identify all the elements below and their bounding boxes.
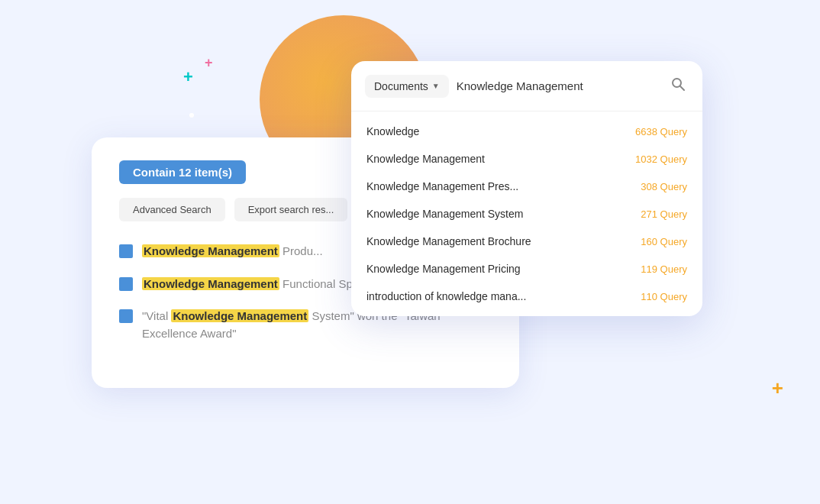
result-text-1: Knowledge Management Produ... bbox=[142, 243, 323, 260]
dropdown-item-count: 110 Query bbox=[641, 291, 687, 302]
dropdown-item-count: 6638 Query bbox=[635, 126, 687, 137]
plus-pink-decoration: + bbox=[205, 55, 213, 71]
plus-orange-decoration: + bbox=[772, 376, 783, 400]
dropdown-item-label: introduction of knowledge mana... bbox=[366, 290, 526, 302]
dropdown-item-count: 119 Query bbox=[641, 263, 687, 275]
dropdown-item-count: 308 Query bbox=[641, 181, 687, 192]
autocomplete-dropdown: Knowledge6638 QueryKnowledge Management1… bbox=[351, 111, 702, 316]
dropdown-item-label: Knowledge bbox=[366, 125, 419, 137]
contain-badge: Contain 12 item(s) bbox=[119, 160, 246, 184]
dropdown-item[interactable]: Knowledge Management Pres...308 Query bbox=[351, 173, 702, 200]
document-type-selector[interactable]: Documents ▼ bbox=[365, 75, 449, 98]
search-card: Documents ▼ Knowledge6638 QueryKnowledge… bbox=[351, 61, 702, 316]
dropdown-item[interactable]: Knowledge Management1032 Query bbox=[351, 145, 702, 173]
plus-cyan-decoration: + bbox=[183, 69, 193, 86]
dropdown-item[interactable]: introduction of knowledge mana...110 Que… bbox=[351, 283, 702, 310]
chevron-down-icon: ▼ bbox=[432, 82, 440, 90]
svg-line-1 bbox=[680, 86, 684, 90]
search-icon bbox=[670, 76, 686, 92]
dropdown-item[interactable]: Knowledge Management System271 Query bbox=[351, 200, 702, 228]
dropdown-item-label: Knowledge Management Brochure bbox=[366, 235, 531, 247]
result-icon-2 bbox=[119, 277, 133, 291]
dropdown-item-label: Knowledge Management Pres... bbox=[366, 180, 518, 192]
search-button[interactable] bbox=[667, 73, 689, 99]
result-prefix-3: "Vital bbox=[142, 309, 171, 322]
dropdown-item[interactable]: Knowledge Management Pricing119 Query bbox=[351, 255, 702, 283]
doc-selector-label: Documents bbox=[374, 80, 428, 92]
export-search-button[interactable]: Export search res... bbox=[234, 198, 348, 221]
dropdown-item[interactable]: Knowledge6638 Query bbox=[351, 118, 702, 145]
dropdown-item-label: Knowledge Management bbox=[366, 153, 485, 165]
dot-white-decoration bbox=[189, 113, 194, 118]
highlight-2: Knowledge Management bbox=[142, 277, 279, 290]
highlight-1: Knowledge Management bbox=[142, 244, 279, 257]
result-icon-1 bbox=[119, 244, 133, 258]
advanced-search-button[interactable]: Advanced Search bbox=[119, 198, 225, 221]
search-bar: Documents ▼ bbox=[351, 61, 702, 111]
dropdown-item-count: 271 Query bbox=[641, 208, 687, 220]
highlight-3: Knowledge Management bbox=[171, 309, 308, 322]
dropdown-item-label: Knowledge Management Pricing bbox=[366, 263, 521, 275]
dropdown-item-label: Knowledge Management System bbox=[366, 208, 523, 220]
dropdown-item-count: 160 Query bbox=[641, 236, 687, 247]
dropdown-item-count: 1032 Query bbox=[635, 153, 687, 165]
dropdown-item[interactable]: Knowledge Management Brochure160 Query bbox=[351, 228, 702, 255]
result-icon-3 bbox=[119, 309, 133, 323]
result-text-2: Knowledge Management Functional Spec bbox=[142, 276, 365, 293]
search-input[interactable] bbox=[457, 79, 660, 92]
result-rest-1: Produ... bbox=[282, 244, 323, 257]
